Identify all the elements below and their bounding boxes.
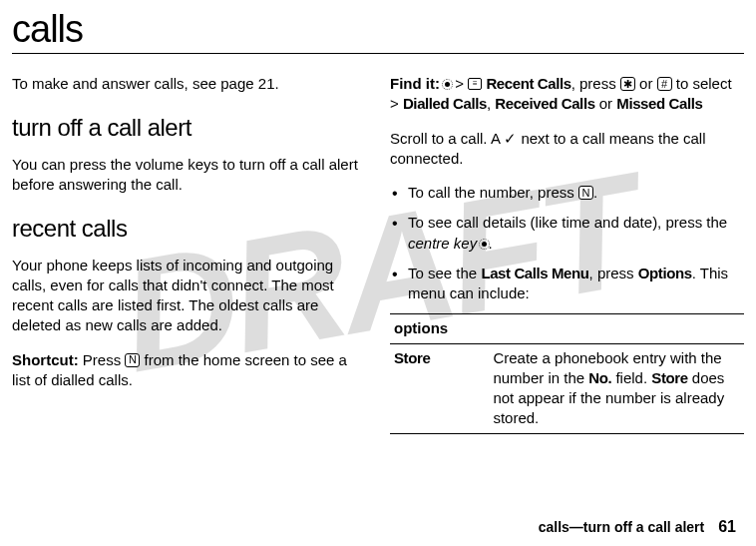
bullet-call-details: To see call details (like time and date)… (408, 213, 744, 254)
bullet-last-calls-menu: To see the Last Calls Menu, press Option… (408, 264, 744, 304)
row1-no: No. (588, 369, 611, 386)
title-divider (12, 53, 744, 54)
options-table: options Store Create a phonebook entry w… (390, 313, 744, 433)
b2-italic: centre key (408, 235, 477, 252)
b3-bold2: Options (638, 265, 692, 281)
right-column: Find it: > ≡ Recent Calls, press ✱ or # … (390, 74, 744, 434)
findit-label: Find it: (390, 75, 440, 92)
b2-pre: To see call details (like time and date)… (408, 214, 727, 231)
b3-mid: , press (589, 265, 638, 281)
recent-calls-label: Recent Calls (486, 75, 570, 92)
b1-pre: To call the number, press (408, 184, 578, 201)
two-column-layout: To make and answer calls, see page 21. t… (12, 74, 744, 434)
store-description: Create a phonebook entry with the number… (489, 343, 744, 433)
checkmark-icon: ✓ (504, 130, 517, 147)
intro-paragraph: To make and answer calls, see page 21. (12, 74, 366, 94)
instruction-bullets: To call the number, press N. To see call… (390, 183, 744, 303)
row1-mid: field. (611, 369, 651, 386)
row1-store: Store (651, 369, 687, 386)
scroll-paragraph: Scroll to a call. A ✓ next to a call mea… (390, 129, 744, 170)
star-key-icon: ✱ (620, 77, 635, 91)
send-key-icon: N (125, 353, 140, 367)
page-number: 61 (718, 518, 736, 535)
centre-key-icon (444, 81, 451, 88)
shortcut-label: Shortcut: (12, 351, 79, 368)
centre-key-icon (481, 241, 488, 248)
findit-or: or (635, 75, 657, 92)
section-heading-recent: recent calls (12, 213, 366, 245)
left-column: To make and answer calls, see page 21. t… (12, 74, 366, 434)
missed-calls-label: Missed Calls (616, 95, 702, 112)
scroll-pre: Scroll to a call. A (390, 130, 504, 147)
options-header: options (390, 314, 744, 343)
turnoff-paragraph: You can press the volume keys to turn of… (12, 155, 366, 196)
findit-or2: or (595, 95, 617, 112)
shortcut-paragraph: Shortcut: Press N from the home screen t… (12, 350, 366, 391)
findit-paragraph: Find it: > ≡ Recent Calls, press ✱ or # … (390, 74, 744, 115)
b3-pre: To see the (408, 265, 481, 281)
recent-paragraph: Your phone keeps lists of incoming and o… (12, 256, 366, 336)
dialled-calls-label: Dialled Calls (403, 95, 487, 112)
gt-1: > (455, 75, 464, 92)
page-content: calls To make and answer calls, see page… (12, 8, 744, 434)
shortcut-text-pre: Press (79, 351, 126, 368)
b3-bold1: Last Calls Menu (481, 265, 588, 281)
bullet-call-number: To call the number, press N. (408, 183, 744, 203)
page-title: calls (12, 8, 744, 51)
store-label: Store (390, 343, 489, 433)
footer-text: calls—turn off a call alert (539, 519, 705, 535)
table-row: Store Create a phonebook entry with the … (390, 343, 744, 433)
page-footer: calls—turn off a call alert61 (539, 518, 736, 536)
received-calls-label: Received Calls (495, 95, 594, 112)
send-key-icon: N (578, 186, 593, 200)
b1-post: . (593, 184, 597, 201)
recent-calls-menu-icon: ≡ (468, 78, 482, 90)
section-heading-turnoff: turn off a call alert (12, 112, 366, 144)
hash-key-icon: # (657, 77, 672, 91)
findit-press: , press (571, 75, 620, 92)
